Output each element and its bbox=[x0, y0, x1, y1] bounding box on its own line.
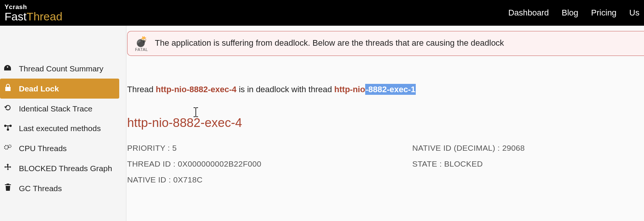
svg-point-5 bbox=[9, 145, 11, 148]
sidebar-item-label: Thread Count Summary bbox=[19, 64, 103, 73]
flow-icon bbox=[4, 124, 12, 133]
detail-col-right: NATIVE ID (DECIMAL) : 29068 STATE : BLOC… bbox=[412, 144, 525, 184]
state-line: STATE : BLOCKED bbox=[412, 159, 525, 168]
sidebar-item-gc-threads[interactable]: GC Threads bbox=[0, 178, 119, 198]
bomb-icon: 💣 bbox=[135, 37, 148, 46]
sidebar-item-blocked-threads-graph[interactable]: BLOCKED Threads Graph bbox=[0, 158, 119, 178]
native-id-dec-line: NATIVE ID (DECIMAL) : 29068 bbox=[412, 144, 525, 153]
sidebar-item-label: Identical Stack Trace bbox=[19, 104, 92, 113]
detail-col-left: PRIORITY : 5 THREAD ID : 0X000000002B22F… bbox=[127, 144, 261, 184]
trash-icon bbox=[4, 184, 12, 193]
thread-details: PRIORITY : 5 THREAD ID : 0X000000002B22F… bbox=[127, 144, 644, 184]
fatal-label: FATAL bbox=[135, 47, 148, 52]
deadlock-sentence: Thread http-nio-8882-exec-4 is in deadlo… bbox=[127, 85, 644, 94]
dashboard-icon bbox=[4, 65, 12, 73]
thread-link-b-selected[interactable]: -8882-exec-1 bbox=[365, 84, 416, 95]
sidebar-item-last-executed-methods[interactable]: Last executed methods bbox=[0, 119, 119, 138]
logo-bottom: FastThread bbox=[5, 11, 62, 22]
sidebar: Thread Count Summary Dead Lock Identical… bbox=[0, 26, 126, 221]
thread-id-line: THREAD ID : 0X000000002B22F000 bbox=[127, 159, 261, 168]
logo-top: YYcrashcrash bbox=[5, 4, 62, 10]
svg-point-0 bbox=[7, 68, 9, 70]
thread-link-a[interactable]: http-nio-8882-exec-4 bbox=[156, 85, 237, 94]
alert-message: The application is suffering from deadlo… bbox=[155, 37, 504, 48]
top-nav: Dashboard Blog Pricing Us bbox=[508, 8, 639, 18]
gears-icon bbox=[4, 144, 12, 153]
sidebar-item-identical-stack-trace[interactable]: Identical Stack Trace bbox=[0, 99, 119, 119]
refresh-icon bbox=[4, 104, 12, 113]
alert-icon-wrap: 💣 FATAL bbox=[135, 37, 148, 52]
sidebar-item-label: Last executed methods bbox=[19, 124, 101, 133]
sidebar-item-dead-lock[interactable]: Dead Lock bbox=[0, 79, 119, 99]
sidebar-item-label: BLOCKED Threads Graph bbox=[19, 164, 112, 173]
sidebar-item-cpu-threads[interactable]: CPU Threads bbox=[0, 138, 119, 158]
nav-us[interactable]: Us bbox=[629, 8, 639, 18]
nav-pricing[interactable]: Pricing bbox=[591, 8, 616, 18]
text-middle: is in deadlock with thread bbox=[237, 85, 334, 94]
sidebar-item-label: Dead Lock bbox=[19, 84, 59, 93]
sidebar-item-label: GC Threads bbox=[19, 184, 62, 193]
lock-icon bbox=[4, 84, 12, 93]
thread-title: http-nio-8882-exec-4 bbox=[127, 116, 644, 130]
main-content: 💣 FATAL The application is suffering fro… bbox=[126, 26, 644, 221]
priority-line: PRIORITY : 5 bbox=[127, 144, 261, 153]
nav-dashboard[interactable]: Dashboard bbox=[508, 8, 549, 18]
svg-point-4 bbox=[5, 145, 8, 149]
sidebar-item-label: CPU Threads bbox=[19, 144, 67, 153]
text-prefix: Thread bbox=[127, 85, 156, 94]
move-icon bbox=[4, 164, 12, 173]
logo[interactable]: YYcrashcrash FastThread bbox=[5, 4, 62, 22]
fatal-alert: 💣 FATAL The application is suffering fro… bbox=[127, 31, 644, 56]
app-header: YYcrashcrash FastThread Dashboard Blog P… bbox=[0, 0, 644, 26]
sidebar-item-thread-count-summary[interactable]: Thread Count Summary bbox=[0, 59, 119, 79]
nav-blog[interactable]: Blog bbox=[562, 8, 578, 18]
native-id-line: NATIVE ID : 0X718C bbox=[127, 175, 261, 184]
thread-link-b-prefix[interactable]: http-nio bbox=[334, 85, 365, 94]
